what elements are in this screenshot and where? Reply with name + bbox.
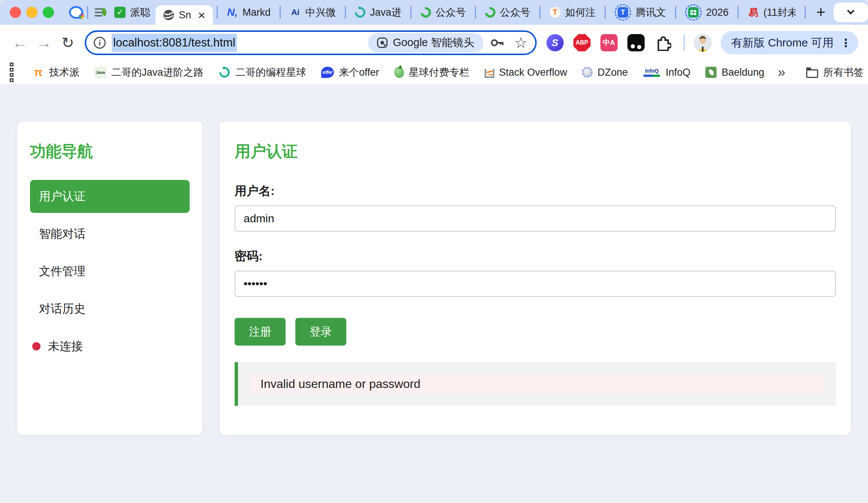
red-mail-icon <box>748 7 759 18</box>
bookmark-baeldung[interactable]: Baeldung <box>702 67 768 78</box>
bookmark-java-path[interactable]: 二哥的Java进阶之路 <box>91 66 207 79</box>
tab-separator <box>539 6 540 19</box>
bookmarks-bar: 技术派 二哥的Java进阶之路 二哥的编程星球 来个offer 星球付费专栏 S… <box>0 61 868 84</box>
green-check-icon <box>114 7 126 18</box>
bookmark-label: 技术派 <box>49 66 79 79</box>
lens-label: Google 智能镜头 <box>393 35 474 50</box>
sidebar-item-chat[interactable]: 智能对话 <box>30 217 190 250</box>
tab-paicong[interactable]: 派聪 <box>109 0 156 25</box>
wechat-swirl-icon <box>418 5 433 20</box>
address-bar[interactable]: i localhost:8081/test.html Google 智能镜头 ☆ <box>85 30 537 55</box>
tab-active-sn[interactable]: Sn × <box>156 5 213 25</box>
minimize-window-button[interactable] <box>26 7 37 18</box>
new-tab-button[interactable]: + <box>816 4 826 20</box>
all-bookmarks-button[interactable]: 所有书签 <box>802 66 867 79</box>
tab-separator <box>280 6 281 19</box>
tab-zte[interactable]: 中兴微 <box>284 0 341 25</box>
chrome-update-button[interactable]: 有新版 Chrome 可用 ⋮ <box>721 31 858 54</box>
google-lens-button[interactable]: Google 智能镜头 <box>368 33 483 52</box>
reload-button[interactable]: ↻ <box>58 35 78 50</box>
tab-separator <box>345 6 346 19</box>
register-button[interactable]: 注册 <box>235 318 286 346</box>
sidebar-item-auth[interactable]: 用户认证 <box>30 180 190 213</box>
password-key-icon[interactable] <box>489 35 505 51</box>
password-input[interactable] <box>235 271 836 297</box>
tab-label: 中兴微 <box>305 6 336 19</box>
browser-window: 派聪 Sn × Markd 中兴微 Java进 公众号 <box>0 0 868 503</box>
wechat-swirl-icon <box>483 5 497 20</box>
close-tab-icon[interactable]: × <box>198 9 205 21</box>
tab-notes[interactable] <box>92 0 109 25</box>
tab-label: 派聪 <box>130 6 150 19</box>
bookmark-jishupai[interactable]: 技术派 <box>28 66 83 79</box>
tab-separator <box>605 6 606 19</box>
result-box: Invalid username or password <box>235 362 836 406</box>
folder-icon <box>806 69 818 78</box>
tab-separator <box>675 6 676 19</box>
bookmark-star-icon[interactable]: ☆ <box>511 35 531 50</box>
apps-grid-icon[interactable] <box>10 67 13 78</box>
error-message: Invalid username or password <box>251 373 825 395</box>
tab-separator <box>87 6 88 19</box>
url-text[interactable]: localhost:8081/test.html <box>112 34 237 52</box>
bookmarks-overflow-chevron[interactable]: » <box>775 64 787 80</box>
profile-avatar[interactable] <box>694 34 712 52</box>
tab-mail[interactable]: (11封未 <box>742 0 801 25</box>
maximize-window-button[interactable] <box>43 7 54 18</box>
bookmark-label: Baeldung <box>721 67 764 78</box>
baeldung-icon <box>705 67 717 78</box>
sidebar-item-history[interactable]: 对话历史 <box>30 292 190 325</box>
tab-label: 如何注 <box>565 6 596 19</box>
tab-label: 腾讯文 <box>636 6 666 19</box>
tab-search-button[interactable] <box>834 3 868 22</box>
bookmark-infoq[interactable]: InfoQ InfoQ <box>639 67 694 78</box>
dzone-icon <box>582 67 593 78</box>
tencent-docs-icon <box>618 7 628 18</box>
tab-label: 公众号 <box>435 6 466 19</box>
tab-markdown[interactable]: Markd <box>221 0 276 25</box>
update-label: 有新版 Chrome 可用 <box>731 35 834 51</box>
chat-bubble-icon[interactable] <box>69 6 83 19</box>
bookmark-coding-planet[interactable]: 二哥的编程星球 <box>215 66 310 79</box>
tab-separator <box>805 6 806 19</box>
all-bookmarks-label: 所有书签 <box>823 66 864 79</box>
bookmark-dzone[interactable]: DZone <box>578 67 632 78</box>
sidebar-item-files[interactable]: 文件管理 <box>30 255 190 288</box>
sider-extension-icon[interactable] <box>546 34 564 51</box>
bookmark-label: 星球付费专栏 <box>409 66 470 79</box>
page-title: 用户认证 <box>235 141 836 162</box>
tab-java[interactable]: Java进 <box>350 0 407 25</box>
login-button[interactable]: 登录 <box>295 318 346 346</box>
tab-ruhezhu[interactable]: 如何注 <box>544 0 601 25</box>
close-window-button[interactable] <box>10 7 21 18</box>
java-square-icon <box>94 66 106 78</box>
site-info-icon[interactable]: i <box>94 37 106 49</box>
password-label: 密码: <box>235 248 836 265</box>
adblock-plus-extension-icon[interactable] <box>573 34 591 51</box>
bookmark-stack-overflow[interactable]: Stack Overflow <box>481 67 571 78</box>
globe-icon <box>163 9 174 21</box>
tab-tencent-docs[interactable]: 腾讯文 <box>609 0 671 25</box>
menu-dots-icon[interactable]: ⋮ <box>840 36 852 49</box>
translate-extension-icon[interactable] <box>600 34 618 51</box>
tab-gongzhonghao-2[interactable]: 公众号 <box>480 0 536 25</box>
bookmark-offer[interactable]: 来个offer <box>317 66 383 79</box>
tab-2026-sheet[interactable]: 2026 <box>680 0 734 25</box>
tab-separator <box>410 6 412 19</box>
sidebar-nav-card: 功能导航 用户认证 智能对话 文件管理 对话历史 未连接 <box>17 121 202 435</box>
extensions-puzzle-icon[interactable] <box>654 34 672 51</box>
bookmark-paid-column[interactable]: 星球付费专栏 <box>391 66 473 79</box>
infoq-icon: InfoQ <box>643 68 661 77</box>
zte-icon <box>290 7 301 18</box>
teal-ring-icon <box>217 65 232 80</box>
forward-button[interactable]: → <box>34 35 54 51</box>
chevron-down-icon <box>847 7 855 15</box>
username-input[interactable] <box>235 205 836 232</box>
back-button[interactable]: ← <box>10 35 30 51</box>
orange-t-icon <box>549 7 561 18</box>
tab-gongzhonghao-1[interactable]: 公众号 <box>415 0 471 25</box>
tab-separator <box>738 6 739 19</box>
markdown-n-icon <box>227 7 238 18</box>
dark-extension-icon[interactable] <box>627 34 645 51</box>
tab-label: Java进 <box>370 6 401 19</box>
